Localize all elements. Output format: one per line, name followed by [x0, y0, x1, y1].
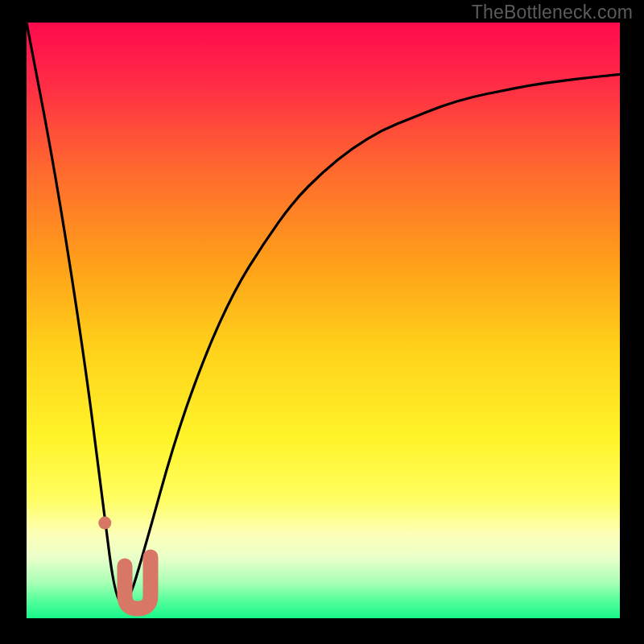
- marker-dot: [98, 517, 111, 530]
- bottleneck-chart: [0, 0, 644, 644]
- plot-background: [27, 23, 620, 618]
- watermark-text: TheBottleneck.com: [472, 2, 633, 23]
